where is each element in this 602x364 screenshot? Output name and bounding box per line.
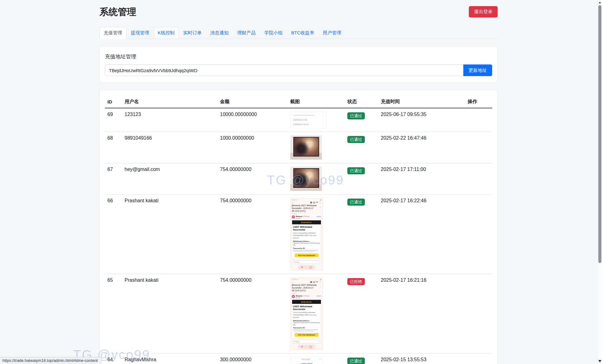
cell-id: 66 bbox=[105, 195, 122, 274]
tab-user-management[interactable]: 用户管理 bbox=[318, 27, 345, 39]
recharge-table-card: ID 用户名 金额 截图 状态 充值时间 操作 69 123123 10000.… bbox=[99, 90, 498, 364]
tab-realtime-orders[interactable]: 实时订单 bbox=[179, 27, 206, 39]
cell-actions bbox=[465, 132, 492, 163]
email-subject: [Binance] USDT Withdrawal Successful - 2… bbox=[292, 204, 321, 212]
cell-username: Prashant kakati bbox=[122, 195, 218, 274]
trade-pair: BTC/USDT bbox=[292, 358, 320, 360]
col-header-id: ID bbox=[105, 95, 122, 108]
deposit-address-title: 充值地址管理 bbox=[105, 53, 492, 60]
table-row: 67 hey@gmail.com 754.00000000 已通过 2025-0… bbox=[105, 163, 492, 195]
cell-actions bbox=[465, 108, 492, 132]
tab-financial-products[interactable]: 理财产品 bbox=[233, 27, 260, 39]
file-date: 2025/6/13 9:51 bbox=[293, 119, 307, 121]
cell-actions bbox=[465, 195, 492, 274]
tab-academy-group[interactable]: 学院小组 bbox=[260, 27, 287, 39]
cell-username: Prashant kakati bbox=[122, 274, 218, 354]
more-dots-icon: ⋮ bbox=[322, 119, 324, 121]
status-badge: 已通过 bbox=[347, 167, 365, 174]
scrollbar-thumb[interactable] bbox=[598, 5, 601, 263]
binance-logo: BINANCE bbox=[301, 301, 312, 303]
to-line: to me bbox=[296, 297, 316, 299]
screenshot-thumbnail[interactable] bbox=[290, 167, 322, 191]
deposit-address-input-group: 更新地址 bbox=[105, 64, 492, 76]
star-icon: ☆ bbox=[319, 285, 321, 288]
table-row: 69 123123 10000.00000000 ⋮ 2025/6/13 9:5… bbox=[105, 108, 492, 132]
file-date: 2025/6/13 16:09 bbox=[293, 123, 309, 126]
col-header-status: 状态 bbox=[345, 95, 378, 108]
table-row: 64 RaghavMishra 300.00000000 BTC/USDT× +… bbox=[105, 354, 492, 364]
painting-image bbox=[293, 168, 319, 188]
screenshot-thumbnail[interactable]: BTC/USDT× +300.0000 bbox=[290, 357, 323, 364]
deposit-address-card: 充值地址管理 更新地址 bbox=[99, 47, 498, 83]
cell-username: RaghavMishra bbox=[122, 354, 218, 364]
page-title: 系统管理 bbox=[99, 6, 136, 18]
cell-amount: 300.00000000 bbox=[218, 354, 288, 364]
cell-time: 2025-02-17 17:11:00 bbox=[378, 163, 465, 195]
screenshot-thumbnail[interactable]: 1:10 ✦ ✦▯▮ ←▣ ▤ ✉ ⋮ [Binance] USDT Withd… bbox=[290, 277, 323, 350]
circle-icon: ◯ bbox=[310, 346, 312, 348]
deposit-address-input[interactable] bbox=[105, 64, 463, 76]
dashboard-button: Visit Your Dashboard bbox=[295, 254, 318, 257]
cell-id: 65 bbox=[105, 274, 122, 354]
cell-id: 69 bbox=[105, 108, 122, 132]
more-dots-icon: ⋮ bbox=[322, 114, 324, 117]
tab-withdrawal-management[interactable]: 提现管理 bbox=[126, 27, 153, 39]
trade-amount: +300.0000 bbox=[292, 362, 321, 364]
txid-bar bbox=[293, 329, 318, 330]
binance-logo: BINANCE bbox=[301, 222, 312, 223]
page-header: 系统管理 退出登录 bbox=[99, 0, 498, 18]
col-header-time: 充值时间 bbox=[378, 95, 465, 108]
status-badge: 已通过 bbox=[347, 136, 365, 143]
main-container: 系统管理 退出登录 充值管理 提现管理 K线控制 实时订单 消息通知 理财产品 … bbox=[99, 0, 498, 364]
vertical-scrollbar[interactable] bbox=[597, 0, 602, 364]
update-address-button[interactable]: 更新地址 bbox=[463, 64, 492, 76]
dashboard-button: Visit Your Dashboard bbox=[295, 333, 318, 337]
back-icon: ← bbox=[292, 201, 294, 204]
cell-amount: 754.00000000 bbox=[218, 195, 288, 274]
cell-id: 67 bbox=[105, 163, 122, 195]
screenshot-thumbnail[interactable]: ⋮ 2025/6/13 9:51⋮ 2025/6/13 16:09⋮ bbox=[290, 112, 326, 128]
cell-id: 64 bbox=[105, 354, 122, 364]
tab-bar: 充值管理 提现管理 K线控制 实时订单 消息通知 理财产品 学院小组 BTC收益… bbox=[99, 27, 498, 39]
cell-time: 2025-02-22 16:47:46 bbox=[378, 132, 465, 163]
email-subject: [Binance] USDT Withdrawal Successful - 2… bbox=[292, 284, 321, 292]
status-badge: 已拒绝 bbox=[347, 278, 365, 285]
inbox-chip bbox=[292, 292, 297, 294]
status-badge: 已通过 bbox=[347, 199, 365, 206]
tab-recharge-management[interactable]: 充值管理 bbox=[99, 27, 126, 39]
col-header-screenshot: 截图 bbox=[288, 95, 345, 108]
cell-id: 68 bbox=[105, 132, 122, 163]
faded-text-bar bbox=[293, 115, 315, 116]
circle-icon: ◯ bbox=[310, 266, 312, 269]
status-badge: 已通过 bbox=[347, 112, 365, 119]
email-heading: USDT Withdrawal Successful bbox=[293, 226, 320, 231]
tab-message-notifications[interactable]: 消息通知 bbox=[206, 27, 233, 39]
cell-actions bbox=[465, 354, 492, 364]
inbox-chip bbox=[292, 213, 297, 215]
table-header-row: ID 用户名 金额 截图 状态 充值时间 操作 bbox=[105, 95, 492, 108]
col-header-username: 用户名 bbox=[122, 95, 218, 108]
view-online-link-bar bbox=[316, 216, 321, 217]
envelope-icon: ✉ bbox=[301, 346, 303, 348]
logout-button[interactable]: 退出登录 bbox=[469, 6, 498, 17]
screenshot-thumbnail[interactable]: 1:10 ✦ ✦▯▮ ←▣ ▤ ✉ ⋮ [Binance] USDT Withd… bbox=[290, 198, 323, 270]
back-icon: ← bbox=[292, 281, 294, 284]
browser-status-url: https://trade.haiwaiym18.top/admin.html#… bbox=[0, 357, 101, 364]
txid-bar bbox=[293, 251, 315, 252]
tab-kline-control[interactable]: K线控制 bbox=[153, 27, 179, 39]
cell-username: hey@gmail.com bbox=[122, 163, 218, 195]
cell-amount: 754.00000000 bbox=[218, 163, 288, 195]
cell-username: 9891049166 bbox=[122, 132, 218, 163]
scroll-down-arrow-icon[interactable] bbox=[598, 360, 601, 362]
cell-time: 2025-02-17 16:21:16 bbox=[378, 274, 465, 354]
tab-btc-yield[interactable]: BTC收益率 bbox=[287, 27, 318, 39]
scroll-up-arrow-icon[interactable] bbox=[599, 2, 601, 3]
screenshot-thumbnail[interactable] bbox=[290, 135, 322, 160]
star-icon: ☆ bbox=[319, 206, 321, 208]
address-value: TBejdJHoUwRtGza9vfxVVbb9Jdhqq2qiWD bbox=[293, 322, 320, 326]
cell-amount: 10000.00000000 bbox=[218, 108, 288, 132]
col-header-actions: 操作 bbox=[465, 95, 492, 108]
txid-bar bbox=[293, 331, 315, 332]
status-badge: 已通过 bbox=[347, 358, 365, 364]
cell-actions bbox=[465, 274, 492, 354]
